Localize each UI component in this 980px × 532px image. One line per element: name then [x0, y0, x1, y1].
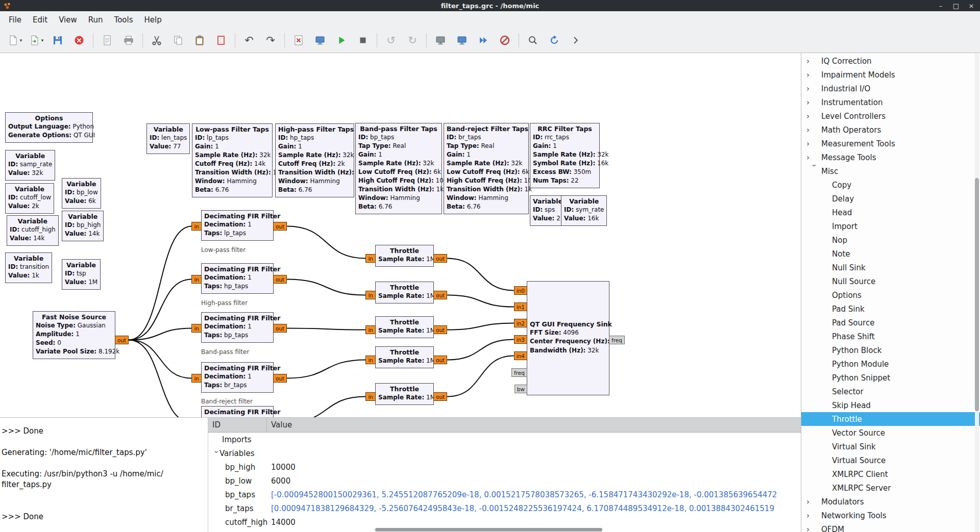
inspector-row-bp_high[interactable]: bp_high10000	[208, 460, 801, 474]
port-in0[interactable]: in0	[514, 286, 527, 295]
block-var_sps[interactable]: VariableID: spsValue: 2	[530, 195, 566, 226]
menu-file[interactable]: File	[3, 13, 27, 27]
block-var_cutoff_high[interactable]: VariableID: cutoff_highValue: 14k	[7, 215, 59, 246]
library-item-head[interactable]: Head	[801, 206, 980, 219]
chevron-down-icon[interactable]: ›	[810, 164, 819, 179]
block-br_taps_block[interactable]: Band-reject Filter TapsID: br_tapsTap Ty…	[444, 123, 529, 214]
library-item-ofdm[interactable]: ›OFDM	[801, 522, 980, 532]
library-item-instrumentation[interactable]: ›Instrumentation	[801, 95, 980, 109]
library-item-math-operators[interactable]: ›Math Operators	[801, 123, 980, 137]
library-item-virtual-sink[interactable]: Virtual Sink	[801, 440, 980, 453]
rotate-right-button[interactable]: ↻	[402, 30, 423, 50]
block-lp_taps[interactable]: Low-pass Filter TapsID: lp_tapsGain: 1Sa…	[192, 123, 273, 197]
block-options[interactable]: OptionsOutput Language: PythonGenerate O…	[5, 112, 93, 143]
chevron-right-icon[interactable]: ›	[806, 125, 821, 135]
port-in[interactable]: in	[191, 324, 202, 333]
port-out[interactable]: out	[273, 275, 287, 284]
inspector-hscrollbar[interactable]	[375, 528, 602, 531]
port-in3[interactable]: in3	[514, 335, 527, 344]
inspector-row-bp_low[interactable]: bp_low6000	[208, 474, 801, 488]
overflow-button[interactable]	[566, 30, 586, 50]
library-item-measurement-tools[interactable]: ›Measurement Tools	[801, 137, 980, 150]
library-item-level-controllers[interactable]: ›Level Controllers	[801, 109, 980, 123]
port-in[interactable]: in	[191, 275, 202, 284]
library-item-impairment-models[interactable]: ›Impairment Models	[801, 68, 980, 82]
connection-wire[interactable]	[129, 340, 191, 418]
port-in[interactable]: in	[365, 356, 376, 364]
maximize-button[interactable]: □	[952, 3, 960, 9]
library-item-nop[interactable]: Nop	[801, 233, 980, 247]
connection-wire[interactable]	[447, 259, 514, 291]
new-flowgraph-button[interactable]: ▾	[5, 30, 25, 50]
block-throttle_0[interactable]: ThrottleSample Rate: 1Minout	[375, 245, 434, 267]
port-in2[interactable]: in2	[514, 319, 527, 327]
library-item-null-sink[interactable]: Null Sink	[801, 261, 980, 274]
save-flowgraph-button[interactable]	[47, 30, 68, 50]
toggle-flowgraph-button[interactable]	[473, 30, 494, 50]
fullscreen-button[interactable]	[452, 30, 472, 50]
port-in[interactable]: in	[365, 325, 376, 334]
chevron-right-icon[interactable]: ›	[806, 70, 821, 80]
connection-wire[interactable]	[447, 356, 514, 397]
copy-button[interactable]	[168, 30, 188, 50]
port-bw[interactable]: bw	[514, 385, 527, 393]
reload-blocks-button[interactable]	[544, 30, 565, 50]
port-out[interactable]: out	[433, 291, 447, 299]
library-item-selector[interactable]: Selector	[801, 385, 980, 398]
inspector-row-variables[interactable]: ›Variables	[208, 446, 801, 460]
block-var_samp_rate[interactable]: VariableID: samp_rateValue: 32k	[5, 150, 55, 181]
menu-run[interactable]: Run	[83, 13, 109, 27]
chevron-right-icon[interactable]: ›	[806, 511, 821, 520]
block-var_bp_low[interactable]: VariableID: bp_lowValue: 6k	[62, 178, 101, 209]
library-item-python-snippet[interactable]: Python Snippet	[801, 371, 980, 385]
library-item-throttle[interactable]: Throttle	[801, 412, 980, 426]
generate-button[interactable]	[310, 30, 330, 50]
open-flowgraph-button[interactable]: ▾	[26, 30, 46, 50]
block-var_bp_high[interactable]: VariableID: bp_highValue: 14k	[62, 211, 104, 241]
library-item-iq-correction[interactable]: ›IQ Correction	[801, 54, 980, 68]
library-item-message-tools[interactable]: ›Message Tools	[801, 150, 980, 164]
library-item-phase-shift[interactable]: Phase Shift	[801, 330, 980, 343]
block-hp_taps[interactable]: High-pass Filter TapsID: hp_tapsGain: 1S…	[275, 123, 354, 197]
library-item-networking-tools[interactable]: ›Networking Tools	[801, 509, 980, 522]
menu-view[interactable]: View	[53, 13, 83, 27]
connection-wire[interactable]	[287, 226, 365, 259]
port-out[interactable]: out	[433, 254, 447, 263]
block-freq_sink[interactable]: QT GUI Frequency SinkFFT Size: 4096Cente…	[527, 281, 609, 395]
chevron-right-icon[interactable]: ›	[806, 112, 821, 121]
block-var_cutoff_low[interactable]: VariableID: cutoff_lowValue: 2k	[5, 183, 54, 214]
close-flowgraph-button[interactable]	[69, 30, 89, 50]
connection-wire[interactable]	[447, 323, 514, 330]
block-throttle_3[interactable]: ThrottleSample Rate: 1Minout	[375, 346, 434, 368]
flowgraph-properties-button[interactable]	[97, 30, 117, 50]
port-in1[interactable]: in1	[514, 302, 527, 311]
library-item-xmlrpc-client[interactable]: XMLRPC Client	[801, 467, 980, 481]
block-var_len_taps[interactable]: VariableID: len_tapsValue: 77	[146, 123, 190, 154]
library-item-skip-head[interactable]: Skip Head	[801, 398, 980, 412]
connection-wire[interactable]	[287, 328, 365, 330]
inspector-row-bp_taps[interactable]: bp_taps[-0.0009452800150029361, 5.245512…	[208, 488, 801, 501]
block-throttle_4[interactable]: ThrottleSample Rate: 1Minout	[375, 383, 434, 405]
execute-button[interactable]	[331, 30, 352, 50]
port-out[interactable]: out	[433, 392, 447, 401]
chevron-right-icon[interactable]: ›	[806, 57, 821, 66]
connection-wire[interactable]	[447, 295, 514, 307]
redo-button[interactable]: ↷	[260, 30, 281, 50]
block-throttle_1[interactable]: ThrottleSample Rate: 1Minout	[375, 282, 434, 303]
delete-button[interactable]	[211, 30, 231, 50]
library-item-modulators[interactable]: ›Modulators	[801, 495, 980, 509]
library-item-industrial-i-o[interactable]: ›Industrial I/O	[801, 82, 980, 95]
port-freq[interactable]: freq	[609, 336, 625, 344]
library-item-xmlrpc-server[interactable]: XMLRPC Server	[801, 481, 980, 495]
port-out[interactable]: out	[273, 374, 287, 383]
block-fir_rrc[interactable]: Decimating FIR FilterDecimation: 1Taps: …	[201, 406, 274, 417]
inspector-row-imports[interactable]: Imports	[208, 433, 801, 446]
connection-wire[interactable]	[129, 340, 191, 378]
library-item-pad-source[interactable]: Pad Source	[801, 316, 980, 330]
connection-wire[interactable]	[129, 328, 191, 340]
library-item-virtual-source[interactable]: Virtual Source	[801, 453, 980, 467]
library-item-python-block[interactable]: Python Block	[801, 343, 980, 357]
chevron-right-icon[interactable]: ›	[806, 153, 821, 162]
close-button[interactable]: ×	[968, 3, 975, 9]
dropdown-caret-icon[interactable]: ▾	[20, 38, 22, 43]
